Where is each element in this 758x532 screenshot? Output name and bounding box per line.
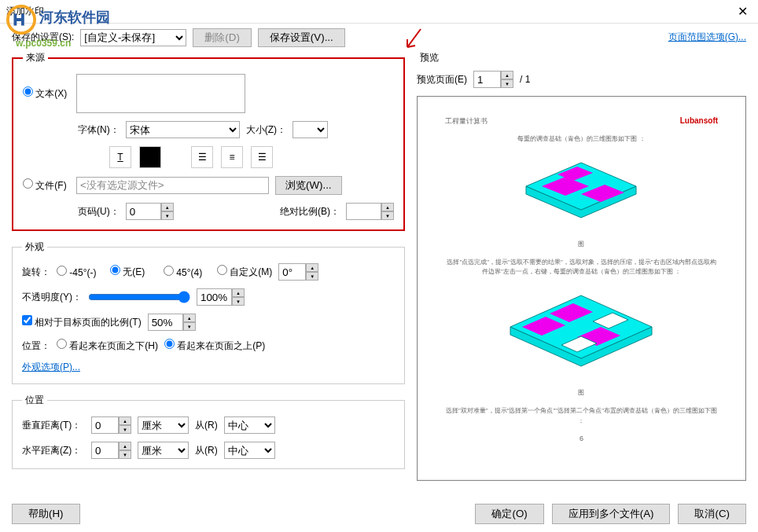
red-arrow-annotation (401, 28, 425, 55)
watermark-text-input[interactable] (76, 74, 245, 113)
apply-multiple-button[interactable]: 应用到多个文件(A) (552, 504, 671, 524)
position-legend: 位置 (22, 394, 47, 407)
vdist-label: 垂直距离(T)： (22, 419, 85, 432)
file-path-input[interactable] (76, 177, 269, 194)
cancel-button[interactable]: 取消(C) (678, 504, 746, 524)
source-legend: 来源 (23, 51, 48, 64)
color-icon[interactable] (139, 146, 161, 168)
text-radio[interactable] (23, 86, 33, 97)
size-select[interactable] (293, 121, 328, 138)
hdist-unit-select[interactable]: 厘米 (138, 442, 189, 459)
abs-scale-label: 绝对比例(B)： (280, 205, 340, 218)
rotate-neg45-radio[interactable]: -45°(-) (57, 266, 104, 278)
window-title: 添加水印 (6, 5, 727, 18)
file-radio[interactable] (23, 178, 33, 189)
rotate-none-radio[interactable]: 无(E) (110, 265, 157, 279)
relative-spinner[interactable]: ▲▼ (148, 314, 196, 331)
over-radio[interactable]: 看起来在页面之上(P) (164, 339, 265, 353)
rotate-spinner[interactable]: ▲▼ (278, 263, 318, 281)
file-radio-label[interactable]: 文件(F) (23, 178, 70, 193)
hdist-from-label: 从(R) (195, 444, 218, 457)
under-radio[interactable]: 看起来在页面之下(H) (57, 339, 158, 353)
font-label: 字体(N)： (78, 123, 120, 137)
text-radio-label[interactable]: 文本(X) (23, 86, 70, 101)
lubansoft-logo: Lubansoft (680, 116, 718, 127)
page-range-link[interactable]: 页面范围选项(G)... (668, 31, 746, 44)
preview-area: 工程量计算书 Lubansoft 每重的调查基础（青色）的三维图形如下图 ： (417, 96, 746, 481)
scale-spinner[interactable]: ▲▼ (346, 203, 394, 220)
preview-fieldset: 预览 预览页面(E) ▲▼ / 1 工程量计算书 Lubansoft 每重的调查… (417, 51, 746, 481)
opacity-slider[interactable] (88, 291, 190, 303)
hdist-from-select[interactable]: 中心 (224, 442, 275, 459)
align-left-icon[interactable]: ☰ (191, 146, 213, 168)
vdist-from-label: 从(R) (195, 419, 218, 432)
rotate-label: 旋转： (22, 266, 50, 279)
font-select[interactable]: 宋体 (126, 121, 240, 138)
appearance-options-link[interactable]: 外观选项(P)... (22, 361, 80, 374)
page-num-label: 页码(U)： (78, 205, 120, 218)
vdist-unit-select[interactable]: 厘米 (138, 416, 189, 434)
saved-settings-label: 保存的设置(S): (12, 31, 74, 44)
relative-scale-checkbox[interactable]: 相对于目标页面的比例(T) (22, 315, 142, 329)
save-settings-button[interactable]: 保存设置(V)... (258, 28, 345, 47)
preview-page-spinner[interactable]: ▲▼ (473, 71, 513, 88)
close-icon[interactable]: ✕ (727, 0, 758, 24)
preview-page: 工程量计算书 Lubansoft 每重的调查基础（青色）的三维图形如下图 ： (433, 105, 730, 454)
appearance-legend: 外观 (22, 240, 47, 254)
rotate-custom-radio[interactable]: 自定义(M) (217, 265, 272, 279)
opacity-label: 不透明度(Y)： (22, 291, 82, 304)
saved-settings-select[interactable]: [自定义-未保存] (80, 29, 186, 46)
align-right-icon[interactable]: ☰ (251, 146, 273, 168)
size-label: 大小(Z)： (246, 123, 286, 137)
rotate-45-radio[interactable]: 45°(4) (164, 266, 211, 278)
align-center-icon[interactable]: ≡ (221, 146, 243, 168)
hdist-label: 水平距离(Z)： (22, 444, 85, 457)
iso-diagram-2 (491, 288, 672, 378)
delete-button[interactable]: 删除(D) (193, 28, 252, 47)
page-spinner[interactable]: ▲▼ (126, 203, 174, 220)
vdist-from-select[interactable]: 中心 (224, 416, 275, 434)
appearance-fieldset: 外观 旋转： -45°(-) 无(E) 45°(4) 自定义(M) ▲▼ 不透明… (12, 240, 405, 384)
location-label: 位置： (22, 339, 50, 353)
hdist-spinner[interactable]: ▲▼ (91, 442, 131, 459)
iso-diagram-1 (502, 155, 660, 229)
help-button[interactable]: 帮助(H) (12, 504, 80, 524)
position-fieldset: 位置 垂直距离(T)： ▲▼ 厘米 从(R) 中心 水平距离(Z)： ▲▼ 厘米… (12, 394, 405, 469)
browse-button[interactable]: 浏览(W)... (275, 176, 342, 195)
opacity-spinner[interactable]: ▲▼ (197, 288, 245, 306)
vdist-spinner[interactable]: ▲▼ (91, 416, 131, 434)
preview-page-number: 6 (580, 435, 583, 442)
source-fieldset: 来源 文本(X) 字体(N)： 宋体 大小(Z)： T ☰ ≡ ☰ 文件(F) (12, 51, 405, 231)
ok-button[interactable]: 确定(O) (475, 504, 543, 524)
preview-total: / 1 (520, 74, 530, 85)
underline-icon[interactable]: T (109, 146, 131, 168)
preview-page-label: 预览页面(E) (417, 73, 467, 86)
